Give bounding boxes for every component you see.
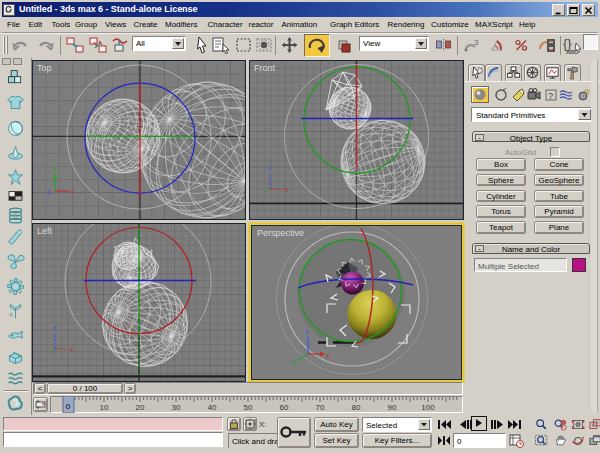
- svg-text:0: 0: [66, 402, 71, 411]
- svg-text:x: x: [326, 352, 330, 359]
- svg-text:z: z: [47, 189, 51, 196]
- svg-text:z: z: [268, 164, 272, 171]
- svg-text:y: y: [293, 358, 297, 366]
- svg-text:50: 50: [244, 403, 253, 412]
- svg-text:3: 3: [474, 38, 479, 47]
- svg-text:?: ?: [548, 91, 553, 101]
- svg-text:x: x: [70, 346, 74, 353]
- svg-text:100: 100: [421, 403, 435, 412]
- svg-text:90: 90: [388, 403, 397, 412]
- svg-text:x: x: [71, 188, 75, 195]
- svg-text:z: z: [53, 324, 57, 331]
- svg-text:20: 20: [136, 403, 145, 412]
- svg-text:60: 60: [280, 403, 289, 412]
- svg-text:70: 70: [316, 403, 325, 412]
- svg-text:z: z: [306, 328, 310, 335]
- svg-text:10: 10: [100, 403, 109, 412]
- svg-text:80: 80: [352, 403, 361, 412]
- svg-text:30: 30: [172, 403, 181, 412]
- svg-text:y: y: [53, 164, 57, 172]
- svg-text:40: 40: [208, 403, 217, 412]
- svg-text:x: x: [285, 186, 289, 193]
